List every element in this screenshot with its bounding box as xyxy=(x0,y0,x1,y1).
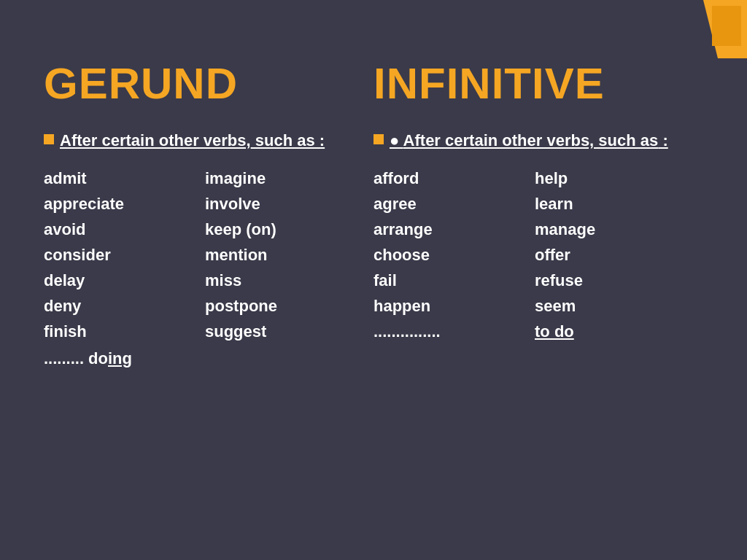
infinitive-verb-c2-2: learn xyxy=(535,192,689,216)
infinitive-header-plain: : xyxy=(658,131,667,149)
infinitive-verb-c2-6: seem xyxy=(535,294,689,318)
gerund-title: GERUND xyxy=(44,58,359,109)
infinitive-verb-c2-5: refuse xyxy=(535,268,689,292)
infinitive-verb-c2-1: help xyxy=(535,166,689,190)
gerund-verb-c2-5: miss xyxy=(205,268,359,292)
gerund-verb-c2-3: keep (on) xyxy=(205,217,359,241)
gerund-verb-2: appreciate xyxy=(44,192,198,216)
infinitive-verb-3: arrange xyxy=(374,217,527,241)
orange-rect-decoration xyxy=(712,6,741,46)
infinitive-verb-todo: to do xyxy=(535,319,689,343)
gerund-column: GERUND After certain other verbs, such a… xyxy=(44,58,374,531)
gerund-verb-c2-2: involve xyxy=(205,192,359,216)
gerund-dots-underlined: ing xyxy=(108,349,132,368)
gerund-header-text: After certain other verbs, such as : xyxy=(60,131,325,152)
gerund-dots-line: ......... doing xyxy=(44,349,359,368)
gerund-verb-6: deny xyxy=(44,294,198,318)
infinitive-column: INFINITIVE ● After certain other verbs, … xyxy=(374,58,703,531)
gerund-verb-c2-1: imagine xyxy=(205,166,359,190)
gerund-verb-1: admit xyxy=(44,166,198,190)
gerund-bullet-square xyxy=(44,134,54,144)
gerund-bullet-header: After certain other verbs, such as : xyxy=(44,131,359,152)
infinitive-verb-4: choose xyxy=(374,243,527,267)
infinitive-verb-6: happen xyxy=(374,294,527,318)
infinitive-verbs-grid: afford help agree learn arrange manage c… xyxy=(374,166,689,343)
infinitive-verb-c2-3: manage xyxy=(535,217,689,241)
main-content: GERUND After certain other verbs, such a… xyxy=(0,0,747,560)
infinitive-header-underlined: After certain other verbs, such as xyxy=(403,131,659,149)
gerund-verb-5: delay xyxy=(44,268,198,292)
gerund-verb-3: avoid xyxy=(44,217,198,241)
infinitive-header-text: ● After certain other verbs, such as : xyxy=(390,131,668,152)
gerund-verb-c2-4: mention xyxy=(205,243,359,267)
gerund-dots-plain: ......... do xyxy=(44,349,108,368)
gerund-verbs-grid: admit imagine appreciate involve avoid k… xyxy=(44,166,359,343)
infinitive-bullet-dot: ● xyxy=(390,131,403,149)
infinitive-bullet-header: ● After certain other verbs, such as : xyxy=(374,131,689,152)
gerund-header-underlined: After certain other verbs, xyxy=(60,131,251,149)
gerund-verb-c2-7: suggest xyxy=(205,319,359,343)
gerund-verb-7: finish xyxy=(44,319,198,343)
infinitive-verb-dots: ............... xyxy=(374,319,527,343)
infinitive-verb-5: fail xyxy=(374,268,527,292)
infinitive-title: INFINITIVE xyxy=(374,58,689,109)
infinitive-verb-2: agree xyxy=(374,192,527,216)
infinitive-bullet-square xyxy=(374,134,384,144)
infinitive-verb-c2-4: offer xyxy=(535,243,689,267)
gerund-header-plain: such as : xyxy=(251,131,325,149)
gerund-verb-4: consider xyxy=(44,243,198,267)
infinitive-verb-1: afford xyxy=(374,166,527,190)
gerund-verb-c2-6: postpone xyxy=(205,294,359,318)
